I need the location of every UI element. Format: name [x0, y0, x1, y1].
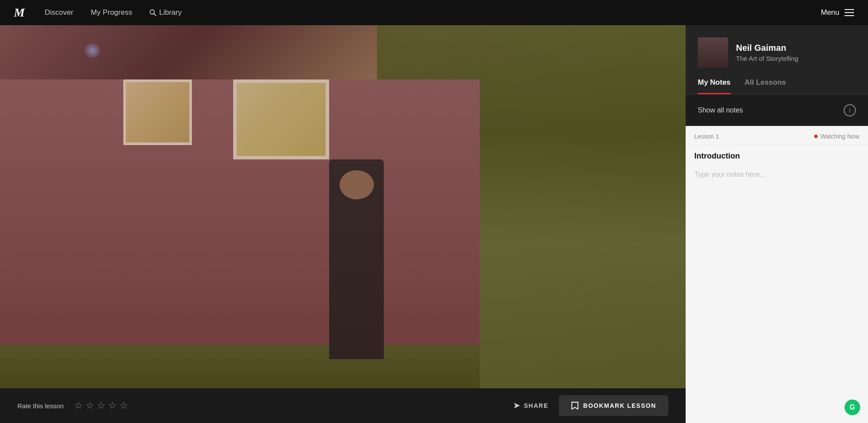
tab-all-lessons[interactable]: All Lessons: [745, 78, 786, 94]
scene-overlay: [0, 25, 686, 388]
star-4[interactable]: ☆: [108, 400, 117, 411]
instructor-card: Neil Gaiman The Art of Storytelling: [686, 25, 868, 68]
sidebar-tabs: My Notes All Lessons: [686, 68, 868, 95]
bookmark-icon: [571, 401, 579, 410]
instructor-info: Neil Gaiman The Art of Storytelling: [736, 43, 798, 62]
nav-menu-container[interactable]: Menu: [821, 8, 854, 17]
main-content: Rate this lesson ☆ ☆ ☆ ☆ ☆ ➤ SHARE BOOKM…: [0, 25, 868, 423]
top-nav: M Discover My Progress Library Menu: [0, 0, 868, 25]
star-5[interactable]: ☆: [119, 400, 128, 411]
instructor-name: Neil Gaiman: [736, 43, 798, 53]
show-all-notes-label[interactable]: Show all notes: [698, 106, 743, 114]
note-textarea[interactable]: [686, 164, 868, 423]
lesson-note-header: Lesson 1 Watching Now: [686, 126, 868, 145]
note-card-wrapper: Lesson 1 Watching Now Introduction G: [686, 126, 868, 423]
nav-my-progress[interactable]: My Progress: [91, 8, 132, 17]
instructor-course: The Art of Storytelling: [736, 55, 798, 62]
watching-dot: [814, 135, 818, 138]
logo[interactable]: M: [14, 6, 24, 20]
star-1[interactable]: ☆: [74, 400, 83, 411]
share-button[interactable]: ➤ SHARE: [513, 401, 548, 410]
lesson-note-card: Lesson 1 Watching Now Introduction: [686, 126, 868, 423]
svg-line-1: [154, 14, 156, 16]
nav-discover[interactable]: Discover: [45, 8, 73, 17]
watching-now-badge: Watching Now: [814, 133, 859, 140]
lesson-label: Lesson 1: [694, 133, 719, 140]
rate-label: Rate this lesson: [17, 402, 64, 410]
search-icon: [149, 9, 156, 16]
notes-controls: Show all notes i: [686, 95, 868, 126]
nav-library[interactable]: Library: [149, 8, 182, 17]
lesson-title: Introduction: [686, 145, 868, 164]
avatar-image: [698, 37, 728, 68]
info-icon[interactable]: i: [844, 104, 856, 116]
video-actions: ➤ SHARE BOOKMARK LESSON: [513, 395, 668, 416]
star-2[interactable]: ☆: [86, 400, 94, 411]
video-player[interactable]: [0, 25, 686, 388]
tab-my-notes[interactable]: My Notes: [698, 78, 731, 94]
hamburger-icon[interactable]: [845, 9, 854, 16]
star-rating[interactable]: ☆ ☆ ☆ ☆ ☆: [74, 400, 128, 411]
instructor-avatar: [698, 37, 728, 68]
bookmark-button[interactable]: BOOKMARK LESSON: [559, 395, 668, 416]
grammarly-button[interactable]: G: [845, 400, 860, 415]
video-background: [0, 25, 686, 388]
sidebar: Neil Gaiman The Art of Storytelling My N…: [686, 25, 868, 423]
watching-now-label: Watching Now: [820, 133, 859, 140]
video-section: Rate this lesson ☆ ☆ ☆ ☆ ☆ ➤ SHARE BOOKM…: [0, 25, 686, 423]
share-icon: ➤: [513, 401, 521, 410]
video-bottom-bar: Rate this lesson ☆ ☆ ☆ ☆ ☆ ➤ SHARE BOOKM…: [0, 388, 686, 423]
menu-label: Menu: [821, 8, 839, 17]
star-3[interactable]: ☆: [97, 400, 106, 411]
